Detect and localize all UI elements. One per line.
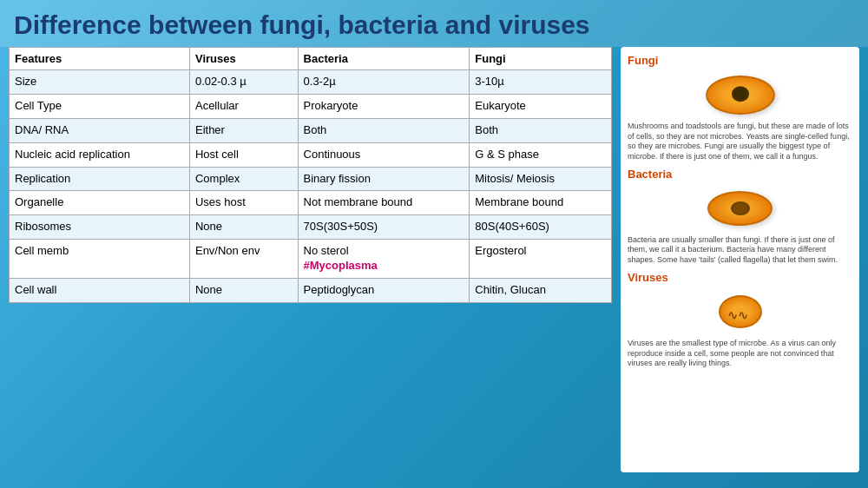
sidebar-info: Fungi Mushrooms and toadstools are fungi… (621, 47, 859, 472)
fungi-nucleus (732, 86, 749, 102)
table-cell: 0.02-0.3 µ (189, 70, 298, 95)
virus-wave-icon: ∿∿ (727, 308, 748, 322)
col-header-viruses: Viruses (189, 48, 298, 70)
table-cell: 80S(40S+60S) (470, 215, 612, 240)
viruses-section: Viruses ∿∿ Viruses are the smallest type… (628, 271, 852, 369)
virus-shape: ∿∿ (719, 295, 762, 328)
table-cell: Membrane bound (470, 191, 612, 215)
table-cell: Uses host (189, 191, 298, 215)
col-header-fungi: Fungi (470, 48, 612, 70)
fungi-shape (706, 76, 775, 115)
bacteria-dna (731, 201, 750, 215)
table-cell: Acellular (189, 94, 298, 118)
table-cell: Cell Type (10, 94, 190, 118)
table-cell: Replication (10, 167, 190, 191)
col-header-features: Features (10, 48, 190, 70)
table-cell: Ergosterol (470, 240, 612, 279)
viruses-image: ∿∿ (628, 288, 852, 336)
table-cell: Binary fission (298, 167, 470, 191)
table-cell: Size (10, 70, 190, 95)
page-title: Difference between fungi, bacteria and v… (0, 0, 868, 47)
table-cell: 70S(30S+50S) (298, 215, 470, 240)
table-cell: Host cell (189, 142, 298, 167)
viruses-title: Viruses (628, 271, 852, 284)
mycoplasma-label: #Mycoplasma (304, 259, 378, 272)
table-cell: G & S phase (470, 142, 612, 167)
fungi-section: Fungi Mushrooms and toadstools are fungi… (628, 54, 852, 162)
table-cell: 0.3-2µ (298, 70, 470, 95)
table-cell: No sterol#Mycoplasma (298, 240, 470, 279)
bacteria-title: Bacteria (628, 168, 852, 181)
table-cell: Ribosomes (10, 215, 190, 240)
viruses-description: Viruses are the smallest type of microbe… (628, 339, 852, 369)
bacteria-image (628, 185, 852, 233)
table-cell: Cell memb (10, 240, 190, 279)
table-cell: Not membrane bound (298, 191, 470, 215)
table-cell: Continuous (298, 142, 470, 167)
table-cell: Organelle (10, 191, 190, 215)
col-header-bacteria: Bacteria (298, 48, 470, 70)
fungi-image (628, 71, 852, 119)
table-cell: Chitin, Glucan (470, 279, 612, 303)
table-cell: Complex (189, 167, 298, 191)
bacteria-description: Bacteria are usually smaller than fungi.… (628, 235, 852, 266)
fungi-description: Mushrooms and toadstools are fungi, but … (628, 122, 852, 162)
table-cell: Eukaryote (470, 94, 612, 118)
bacteria-section: Bacteria Bacteria are usually smaller th… (628, 168, 852, 266)
table-cell: Either (189, 118, 298, 142)
table-cell: Mitosis/ Meiosis (470, 167, 612, 191)
table-cell: Cell wall (10, 279, 190, 303)
table-cell: None (189, 279, 298, 303)
table-cell: None (189, 215, 298, 240)
table-cell: Peptidoglycan (298, 279, 470, 303)
comparison-table: Features Viruses Bacteria Fungi Size0.02… (9, 47, 612, 303)
table-cell: Prokaryote (298, 94, 470, 118)
table-cell: DNA/ RNA (10, 118, 190, 142)
table-cell: Env/Non env (189, 240, 298, 279)
table-cell: Both (298, 118, 470, 142)
bacteria-shape (707, 191, 773, 226)
table-cell: 3-10µ (470, 70, 612, 95)
fungi-title: Fungi (628, 54, 852, 67)
table-cell: Nucleic acid replication (10, 142, 190, 167)
comparison-table-container: Features Viruses Bacteria Fungi Size0.02… (9, 47, 612, 472)
table-cell: Both (470, 118, 612, 142)
